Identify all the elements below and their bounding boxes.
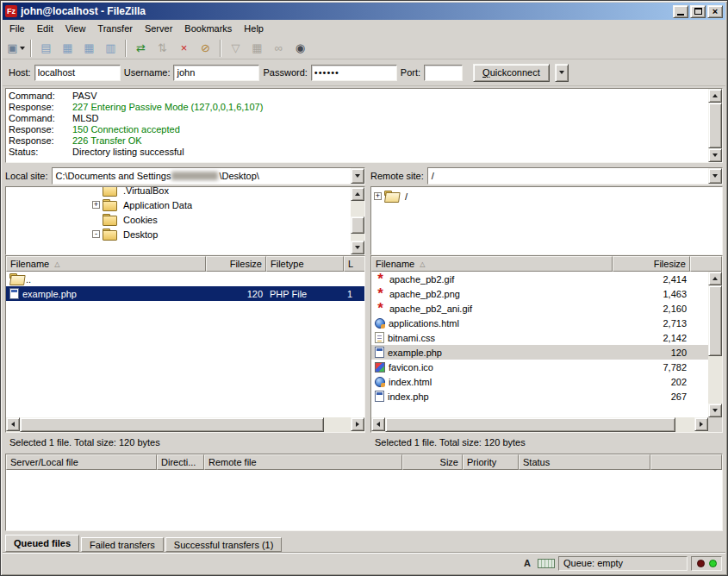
port-input[interactable] [424,65,463,81]
scroll-right-button[interactable] [351,417,364,431]
password-input[interactable] [311,65,397,81]
file-row-applications-html[interactable]: applications.html2,713 [371,316,708,330]
scroll-up-button[interactable] [351,187,364,201]
titlebar[interactable]: Fz john@localhost - FileZilla × [3,3,725,20]
scroll-track[interactable] [20,417,351,432]
tree-item-virtualbox[interactable]: .VirtualBox [92,186,364,197]
scroll-track[interactable] [708,285,722,404]
tree-item-desktop[interactable]: -Desktop [92,227,364,241]
tree-item-[interactable]: +/ [374,189,722,203]
column-header-directi[interactable]: Directi... [157,454,204,470]
toggle-queue-button[interactable]: ▥ [100,39,121,58]
toggle-local-tree-button[interactable]: ▦ [57,39,78,58]
quickconnect-bar: Host: Username: Password: Port: Quickcon… [3,59,725,86]
scroll-down-button[interactable] [708,148,722,162]
file-row-example-php[interactable]: example.php120 [371,345,708,360]
file-row-apache-pb2-png[interactable]: *apache_pb2.png1,463 [371,286,708,301]
local-tree-scrollbar[interactable] [351,187,364,254]
scroll-track[interactable] [385,417,694,432]
local-horizontal-scrollbar[interactable] [6,417,364,432]
scroll-thumb[interactable] [351,216,364,234]
remote-horizontal-scrollbar[interactable] [371,417,722,432]
expand-icon[interactable]: + [374,192,382,200]
site-manager-dropdown-icon[interactable] [20,47,25,50]
remote-site-path[interactable]: / [428,168,708,184]
quickconnect-button[interactable]: Quickconnect [473,64,550,82]
column-header-filesize[interactable]: Filesize [206,256,266,272]
disconnect-button[interactable]: ⊘ [195,39,216,58]
scroll-left-button[interactable] [371,417,385,431]
log-line-type: Command: [9,91,72,102]
close-button[interactable]: × [707,5,723,18]
toggle-message-log-button[interactable]: ▤ [35,39,57,58]
file-row-index-php[interactable]: index.php267 [371,389,708,404]
collapse-icon[interactable]: - [92,230,100,238]
column-header-l[interactable]: L [344,256,364,272]
cancel-button[interactable]: × [173,39,195,58]
column-header-size[interactable]: Size [402,454,463,470]
minimize-button[interactable] [673,5,688,18]
tab-successful-transfers-1[interactable]: Successful transfers (1) [165,537,283,552]
column-header-filesize[interactable]: Filesize [613,256,690,272]
column-header-priority[interactable]: Priority [463,454,519,470]
remote-site-combobox[interactable]: / [427,167,723,185]
scroll-down-button[interactable] [351,241,364,254]
file-type: PHP File [266,286,344,301]
port-label: Port: [401,67,420,78]
tree-item-cookies[interactable]: Cookies [92,212,364,227]
scroll-up-button[interactable] [708,272,722,285]
remote-site-dropdown-button[interactable] [708,168,722,184]
menu-view[interactable]: View [59,21,92,36]
tree-item-application-data[interactable]: +Application Data [92,197,364,212]
scroll-track[interactable] [351,201,364,241]
scroll-thumb[interactable] [20,417,324,432]
tab-failed-transfers[interactable]: Failed transfers [81,537,164,552]
log-scrollbar[interactable] [708,89,722,162]
local-site-dropdown-button[interactable] [351,168,364,184]
file-row-[interactable]: .. [6,272,364,286]
menu-bookmarks[interactable]: Bookmarks [178,21,238,36]
scroll-track[interactable] [708,103,722,148]
column-header-filetype[interactable]: Filetype [266,256,344,272]
menu-server[interactable]: Server [139,21,178,36]
find-button[interactable]: ◉ [289,39,311,58]
file-row-apache-pb2-gif[interactable]: *apache_pb2.gif2,414 [371,272,708,286]
host-input[interactable] [34,65,121,81]
scroll-up-button[interactable] [708,89,722,103]
scroll-down-button[interactable] [708,404,722,417]
column-header-filename[interactable]: Filename△ [6,256,206,272]
expand-icon[interactable]: + [92,201,100,209]
scroll-left-button[interactable] [6,417,20,431]
file-row-bitnami-css[interactable]: bitnami.css2,142 [371,330,708,345]
quickconnect-dropdown-button[interactable] [555,64,569,82]
column-header-filename[interactable]: Filename△ [371,256,613,272]
refresh-button[interactable]: ⇄ [130,39,152,58]
scroll-thumb[interactable] [385,417,675,432]
toggle-remote-tree-button[interactable]: ▦ [78,39,100,58]
file-row-favicon-ico[interactable]: favicon.ico7,782 [371,360,708,374]
menu-file[interactable]: File [3,21,31,36]
file-row-example-php[interactable]: example.php120PHP File1 [6,286,364,301]
tab-queued-files[interactable]: Queued files [5,535,79,552]
scroll-thumb[interactable] [708,103,722,148]
column-header-server-local-file[interactable]: Server/Local file [6,454,157,470]
username-input[interactable] [173,65,259,81]
menu-transfer[interactable]: Transfer [91,21,139,36]
log-line-type: Response: [9,124,72,135]
menu-edit[interactable]: Edit [31,21,59,36]
scroll-right-button[interactable] [694,417,708,431]
queue-status: Queue: empty [558,556,688,571]
column-header-status[interactable]: Status [519,454,650,470]
site-manager-button[interactable]: ▣ [5,39,27,58]
file-size: 1,463 [613,286,690,301]
menu-help[interactable]: Help [238,21,270,36]
local-site-combobox[interactable]: C:\Documents and Settings\Desktop\ [52,167,365,185]
scroll-thumb[interactable] [708,285,722,356]
file-row-apache-pb2-ani-gif[interactable]: *apache_pb2_ani.gif2,160 [371,301,708,316]
remote-vertical-scrollbar[interactable] [708,272,722,417]
transfer-queue-section: Server/Local fileDirecti...Remote fileSi… [3,452,725,533]
local-site-path[interactable]: C:\Documents and Settings\Desktop\ [53,168,351,184]
column-header-remote-file[interactable]: Remote file [204,454,402,470]
file-row-index-html[interactable]: index.html202 [371,374,708,389]
maximize-button[interactable] [690,5,706,18]
